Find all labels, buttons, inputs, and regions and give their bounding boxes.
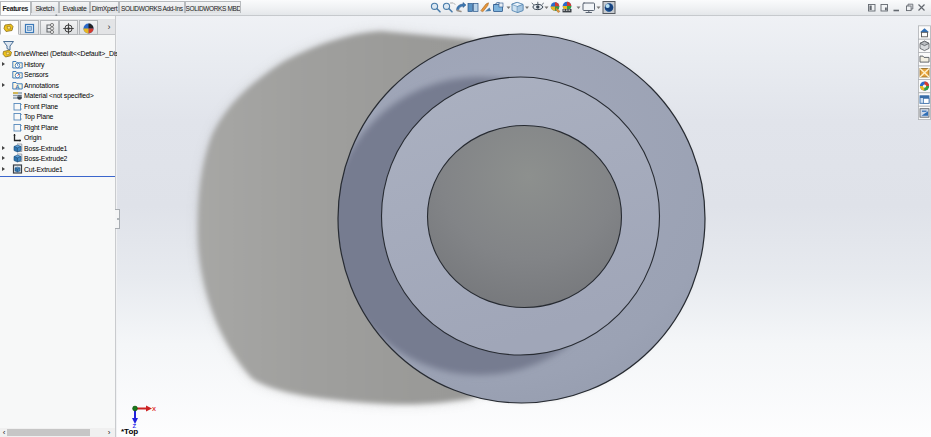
svg-text:X: X <box>152 406 156 412</box>
svg-text:*Top: *Top <box>121 427 138 436</box>
